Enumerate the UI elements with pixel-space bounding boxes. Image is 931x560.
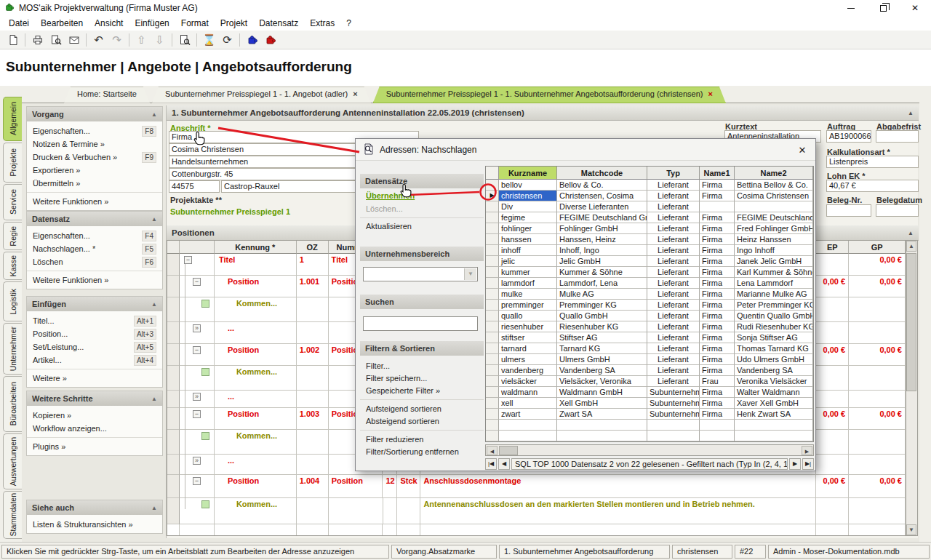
menu-item[interactable]: Projekt	[215, 17, 253, 30]
oz-cell[interactable]	[297, 391, 329, 408]
ep-cell[interactable]: 0,00 €	[816, 276, 849, 297]
column-header[interactable]: Kennung *	[215, 241, 297, 254]
sidebar-item[interactable]: Exportieren »	[27, 164, 162, 177]
workspace-tab-service[interactable]: Service	[3, 184, 22, 220]
kennung-cell[interactable]: ...	[215, 391, 297, 408]
row-selector[interactable]	[167, 498, 180, 524]
menu-item[interactable]: Datensatz	[253, 17, 304, 30]
document-tab[interactable]: Subunternehmer Preisspiegel 1 - 1. Angeb…	[152, 87, 371, 103]
sidebar-item[interactable]: Position...Alt+3	[27, 327, 162, 340]
ep-cell[interactable]: 0,00 €	[816, 408, 849, 430]
filter-menu-item[interactable]: Absteigend sortieren	[366, 417, 439, 425]
column-header[interactable]	[180, 241, 215, 254]
address-cell[interactable]: vandenberg	[499, 365, 557, 376]
address-cell[interactable]: Subunternehmer	[647, 398, 700, 409]
menge-cell[interactable]	[383, 498, 398, 524]
oz-cell[interactable]	[297, 366, 329, 391]
address-cell[interactable]: Henk Zwart SA	[735, 409, 813, 420]
scrollbar-thumb[interactable]	[499, 446, 518, 455]
filter-menu-item[interactable]: Filter speichern...	[366, 374, 427, 383]
address-row[interactable]: kummerKummer & SöhneLieferantFirmaKarl K…	[486, 267, 813, 278]
sidebar-item[interactable]: Eigenschaften...F8	[27, 124, 162, 137]
address-row[interactable]: xellXell GmbHSubunternehmerFirmaXaver Xe…	[486, 398, 813, 409]
panel-header[interactable]: Datensatz▲	[27, 212, 162, 226]
gp-cell[interactable]	[849, 430, 906, 455]
kennung-cell[interactable]: Titel	[215, 254, 297, 276]
address-cell[interactable]: Lieferant	[647, 332, 700, 343]
workspace-tab-regie[interactable]: Regie	[3, 222, 22, 250]
panel-header[interactable]: Siehe auch▲	[27, 500, 162, 515]
search-input[interactable]	[363, 316, 478, 331]
gp-cell[interactable]	[849, 366, 906, 391]
address-row[interactable]: hanssenHanssen, HeinzLieferantFirmaHeinz…	[486, 234, 813, 245]
address-cell[interactable]: Firma	[700, 398, 735, 409]
row-selector[interactable]	[167, 455, 180, 475]
kennung-cell[interactable]: Kommen...	[215, 366, 297, 391]
address-cell[interactable]: Lieferant	[647, 267, 700, 278]
column-header[interactable]: Name1	[700, 167, 735, 180]
address-cell[interactable]: Firma	[700, 234, 735, 245]
kennung-cell[interactable]: Position	[215, 475, 297, 498]
address-cell[interactable]: Xaver Xell GmbH	[735, 398, 813, 409]
address-cell[interactable]: fegime	[499, 212, 557, 223]
gp-cell[interactable]: 0,00 €	[849, 276, 906, 297]
address-cell[interactable]: Karl Kummer & Söhne	[735, 267, 813, 278]
ep-cell[interactable]	[816, 430, 849, 455]
address-cell[interactable]	[700, 201, 735, 212]
address-cell[interactable]: Firma	[700, 267, 735, 278]
address-cell[interactable]: Firma	[700, 191, 735, 201]
address-row[interactable]: fohlingerFohlinger GmbHLieferantFirmaFre…	[486, 223, 813, 234]
menu-item[interactable]: ?	[340, 17, 357, 30]
sidebar-item[interactable]: LöschenF6	[27, 255, 162, 268]
address-cell[interactable]: Lieferant	[647, 180, 700, 191]
address-cell[interactable]: Stiftser AG	[557, 332, 647, 343]
address-row[interactable]: zwartZwart SASubunternehmerFirmaHenk Zwa…	[486, 409, 813, 420]
address-cell[interactable]: Lieferant	[647, 311, 700, 321]
oz-cell[interactable]	[297, 430, 329, 455]
address-cell[interactable]: Lieferant	[647, 300, 700, 311]
address-cell[interactable]: Ingo Inhoff	[735, 245, 813, 256]
tree-more-icon[interactable]: »	[193, 457, 201, 465]
address-row[interactable]: premmingerPremminger KGLieferantFirmaPet…	[486, 300, 813, 311]
gp-cell[interactable]: 0,00 €	[849, 344, 906, 366]
row-selector[interactable]	[167, 276, 180, 297]
hourglass-button[interactable]: ⌛	[200, 32, 218, 48]
email-button[interactable]	[65, 32, 83, 48]
address-cell[interactable]: Firma	[700, 289, 735, 300]
scrollbar-thumb[interactable]	[906, 253, 916, 391]
kennung-cell[interactable]: Position	[215, 276, 297, 297]
address-row[interactable]: jelicJelic GmbHLieferantFirmaJanek Jelic…	[486, 256, 813, 267]
kalkulationsart-field[interactable]: Listenpreis	[826, 156, 919, 168]
workspace-tab-stammdaten[interactable]: Stammdaten	[3, 491, 22, 539]
document-tab[interactable]: Home: Startseite	[64, 87, 150, 103]
address-cell[interactable]: Firma	[700, 256, 735, 267]
document-tab[interactable]: Subunternehmer Preisspiegel 1 - 1. Subun…	[373, 87, 726, 103]
new-document-button[interactable]	[4, 32, 22, 48]
scroll-up-icon[interactable]: ▲	[906, 241, 916, 252]
address-cell[interactable]: Quentin Quallo GmbH	[735, 311, 813, 321]
panel-header[interactable]: Weitere Schritte▲	[27, 391, 162, 406]
positions-scrollbar[interactable]: ▲ ▼	[906, 240, 918, 536]
address-cell[interactable]: Firma	[700, 300, 735, 311]
einheit-cell[interactable]	[397, 498, 420, 524]
ep-cell[interactable]	[816, 455, 849, 475]
column-header[interactable]	[167, 241, 180, 254]
tree-more-icon[interactable]: »	[193, 324, 201, 332]
collapse-icon[interactable]: ▲	[908, 230, 914, 236]
address-cell[interactable]: Tarnard KG	[557, 343, 647, 354]
address-cell[interactable]: Div	[499, 201, 557, 212]
row-selector[interactable]	[167, 322, 180, 344]
address-cell[interactable]: Fohlinger GmbH	[557, 223, 647, 234]
tab-close-icon[interactable]: ×	[353, 89, 357, 98]
gp-cell[interactable]: 0,00 €	[849, 254, 906, 276]
address-cell[interactable]: Lieferant	[647, 212, 700, 223]
address-cell[interactable]: Lieferant	[647, 321, 700, 332]
menu-item[interactable]: Bearbeiten	[35, 17, 89, 30]
row-selector[interactable]	[167, 366, 180, 391]
row-selector[interactable]	[167, 408, 180, 430]
address-cell[interactable]: jelic	[499, 256, 557, 267]
oz-cell[interactable]	[297, 297, 329, 322]
address-cell[interactable]: Lieferant	[647, 223, 700, 234]
uebernehmen-link[interactable]: Übernehmen	[366, 191, 415, 200]
address-cell[interactable]: Udo Ulmers GmbH	[735, 354, 813, 365]
